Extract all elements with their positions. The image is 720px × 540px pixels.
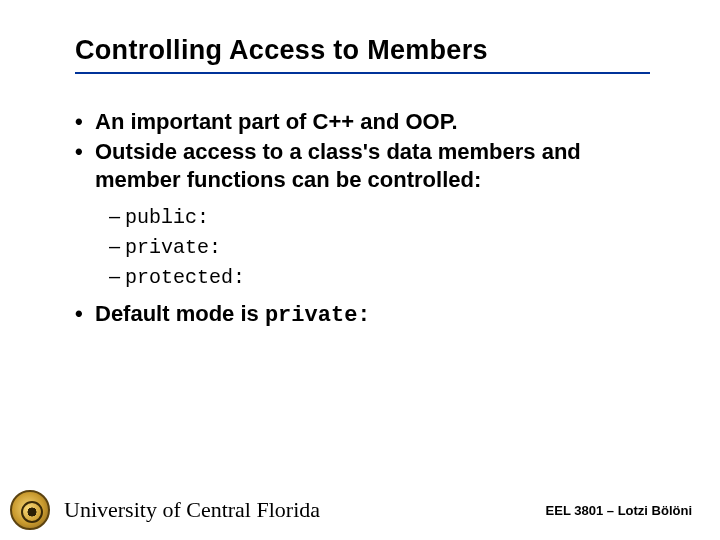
- university-name: University of Central Florida: [64, 497, 320, 523]
- sub-bullet-group: public: private: protected:: [109, 202, 660, 292]
- code-text: public:: [125, 206, 209, 229]
- title-underline: [75, 72, 650, 74]
- slide: Controlling Access to Members An importa…: [0, 0, 720, 540]
- bullet-text: Default mode is: [95, 301, 265, 326]
- bullet-item: An important part of C++ and OOP.: [75, 108, 660, 136]
- ucf-seal-icon: [10, 490, 50, 530]
- slide-title: Controlling Access to Members: [75, 35, 660, 66]
- sub-bullet-item: protected:: [109, 262, 660, 292]
- slide-content: An important part of C++ and OOP. Outsid…: [75, 108, 660, 331]
- bullet-item: Outside access to a class's data members…: [75, 138, 660, 194]
- course-label: EEL 3801 – Lotzi Bölöni: [546, 503, 692, 518]
- code-text: private:: [265, 303, 371, 328]
- footer: University of Central Florida EEL 3801 –…: [0, 480, 720, 540]
- sub-bullet-item: private:: [109, 232, 660, 262]
- code-text: protected:: [125, 266, 245, 289]
- bullet-item: Default mode is private:: [75, 300, 660, 330]
- sub-bullet-item: public:: [109, 202, 660, 232]
- code-text: private:: [125, 236, 221, 259]
